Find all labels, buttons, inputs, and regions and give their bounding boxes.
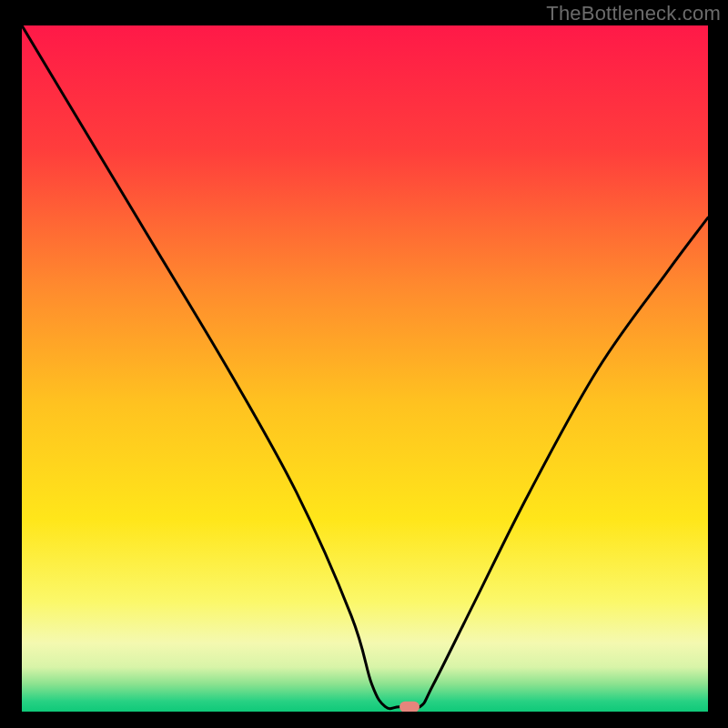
watermark-text: TheBottleneck.com <box>546 2 721 25</box>
chart-svg <box>22 25 708 712</box>
plot-area <box>22 25 708 712</box>
optimal-marker <box>399 702 420 712</box>
chart-frame: TheBottleneck.com <box>0 0 728 728</box>
gradient-background <box>22 25 708 712</box>
